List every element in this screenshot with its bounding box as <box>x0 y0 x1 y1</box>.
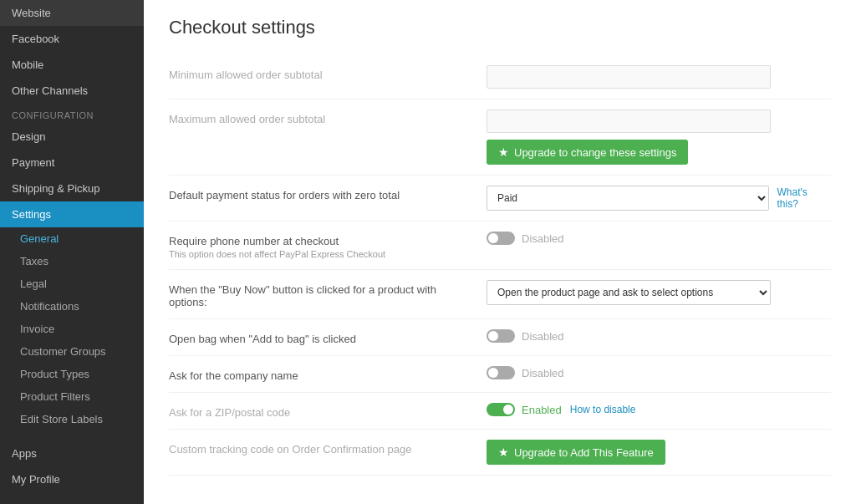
control-open-bag: Disabled <box>487 329 831 343</box>
whats-this-link[interactable]: What's this? <box>777 186 831 210</box>
toggle-wrap-zip-code: Enabled <box>487 403 562 416</box>
sidebar-item-shipping[interactable]: Shipping & Pickup <box>0 176 144 201</box>
label-tracking-code: Custom tracking code on Order Confirmati… <box>169 440 487 456</box>
control-min-order <box>487 65 831 89</box>
label-max-order: Maximum allowed order subtotal <box>169 109 487 125</box>
label-col-require-phone: Require phone number at checkout This op… <box>169 232 487 259</box>
label-min-order: Minimum allowed order subtotal <box>169 65 487 81</box>
sidebar-item-mobile[interactable]: Mobile <box>0 52 144 78</box>
row-require-phone: Require phone number at checkout This op… <box>169 221 831 270</box>
page-title: Checkout settings <box>169 17 831 38</box>
sidebar-item-website[interactable]: Website <box>0 0 144 26</box>
sidebar: Website Facebook Mobile Other Channels C… <box>0 0 144 504</box>
star-icon-tracking: ★ <box>498 445 509 459</box>
sidebar-item-my-profile[interactable]: My Profile <box>0 466 144 492</box>
sidebar-sub-item-product-types[interactable]: Product Types <box>0 363 144 385</box>
label-zip-code: Ask for a ZIP/postal code <box>169 403 487 419</box>
sidebar-item-settings[interactable]: Settings <box>0 201 144 227</box>
upgrade-button-tracking[interactable]: ★ Upgrade to Add This Feature <box>487 440 665 465</box>
label-buy-now: When the "Buy Now" button is clicked for… <box>169 280 487 308</box>
row-buy-now: When the "Buy Now" button is clicked for… <box>169 270 831 319</box>
control-company-name: Disabled <box>487 366 831 379</box>
sidebar-sub-item-taxes[interactable]: Taxes <box>0 250 144 272</box>
main-content: Checkout settings Minimum allowed order … <box>144 0 856 504</box>
row-zip-code: Ask for a ZIP/postal code Enabled How to… <box>169 393 831 430</box>
row-company-name: Ask for the company name Disabled <box>169 356 831 393</box>
label-require-phone: Require phone number at checkout <box>169 232 470 247</box>
sidebar-sub-item-notifications[interactable]: Notifications <box>0 295 144 318</box>
upgrade-button-order-subtotal-label: Upgrade to change these settings <box>514 146 676 159</box>
toggle-knob-open-bag <box>488 331 498 341</box>
label-open-bag: Open bag when "Add to bag" is clicked <box>169 329 487 345</box>
toggle-label-company-name: Disabled <box>522 367 564 379</box>
toggle-label-zip-code: Enabled <box>522 404 562 416</box>
toggle-zip-code[interactable] <box>487 403 515 416</box>
sidebar-item-payment[interactable]: Payment <box>0 150 144 176</box>
toggle-company-name[interactable] <box>487 366 515 379</box>
toggle-label-require-phone: Disabled <box>522 232 564 245</box>
toggle-wrap-require-phone: Disabled <box>487 232 564 245</box>
row-tracking-code: Custom tracking code on Order Confirmati… <box>169 430 831 476</box>
toggle-knob-company-name <box>488 368 498 378</box>
sidebar-section-configuration: Configuration <box>0 104 144 124</box>
toggle-require-phone[interactable] <box>487 232 515 245</box>
upgrade-button-order-subtotal[interactable]: ★ Upgrade to change these settings <box>487 140 688 165</box>
select-payment-status[interactable]: Paid Awaiting payment Other <box>487 186 769 211</box>
sidebar-sub-item-product-filters[interactable]: Product Filters <box>0 385 144 408</box>
control-payment-status: Paid Awaiting payment Other What's this? <box>487 186 831 211</box>
sidebar-sub-item-legal[interactable]: Legal <box>0 272 144 295</box>
control-tracking-code: ★ Upgrade to Add This Feature <box>487 440 831 465</box>
toggle-label-open-bag: Disabled <box>522 330 564 343</box>
sub-label-require-phone: This option does not affect PayPal Expre… <box>169 249 470 259</box>
row-max-order: Maximum allowed order subtotal ★ Upgrade… <box>169 99 831 176</box>
sidebar-item-facebook[interactable]: Facebook <box>0 26 144 52</box>
settings-table: Minimum allowed order subtotal Maximum a… <box>169 55 831 476</box>
label-payment-status: Default payment status for orders with z… <box>169 186 487 201</box>
control-require-phone: Disabled <box>487 232 831 245</box>
row-payment-status: Default payment status for orders with z… <box>169 176 831 221</box>
toggle-wrap-company-name: Disabled <box>487 366 564 379</box>
toggle-open-bag[interactable] <box>487 329 515 343</box>
label-company-name: Ask for the company name <box>169 366 487 382</box>
sidebar-sub-item-edit-store-labels[interactable]: Edit Store Labels <box>0 408 144 430</box>
control-buy-now: Open the product page and ask to select … <box>487 280 831 305</box>
toggle-knob-zip-code <box>503 405 513 415</box>
how-to-disable-link[interactable]: How to disable <box>570 404 636 415</box>
sidebar-item-design[interactable]: Design <box>0 124 144 150</box>
sidebar-item-apps[interactable]: Apps <box>0 440 144 466</box>
select-buy-now[interactable]: Open the product page and ask to select … <box>487 280 771 305</box>
sidebar-sub-item-general[interactable]: General <box>0 227 144 250</box>
input-max-order[interactable] <box>487 109 771 133</box>
control-max-order: ★ Upgrade to change these settings <box>487 109 831 165</box>
row-min-order: Minimum allowed order subtotal <box>169 55 831 99</box>
toggle-wrap-open-bag: Disabled <box>487 329 564 343</box>
input-min-order[interactable] <box>487 65 771 89</box>
row-open-bag: Open bag when "Add to bag" is clicked Di… <box>169 319 831 356</box>
sidebar-sub-item-customer-groups[interactable]: Customer Groups <box>0 340 144 363</box>
toggle-knob-require-phone <box>488 233 498 243</box>
sidebar-sub-item-invoice[interactable]: Invoice <box>0 318 144 340</box>
sidebar-item-other-channels[interactable]: Other Channels <box>0 78 144 104</box>
control-zip-code: Enabled How to disable <box>487 403 831 416</box>
upgrade-button-tracking-label: Upgrade to Add This Feature <box>514 446 654 459</box>
star-icon: ★ <box>498 145 509 159</box>
